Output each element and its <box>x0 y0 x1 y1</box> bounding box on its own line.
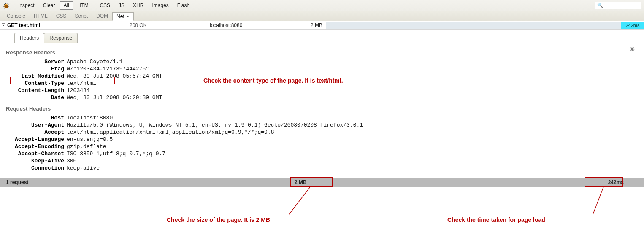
expand-toggle[interactable]: - <box>2 23 5 27</box>
annotation-line-size <box>287 187 312 216</box>
header-name: Accept <box>5 129 67 136</box>
header-row: Hostlocalhost:8080 <box>5 114 639 121</box>
header-name: Connection <box>5 165 67 172</box>
annotation-line-time <box>591 187 608 216</box>
search-input[interactable]: 🔍 <box>595 2 641 9</box>
summary-size: 2 MB <box>295 179 307 185</box>
tab-dom[interactable]: DOM <box>92 12 112 20</box>
svg-point-1 <box>5 5 8 8</box>
request-size: 2 MB <box>298 22 322 28</box>
header-value: en-us,en;q=0.5 <box>67 136 639 143</box>
header-row: DateWed, 30 Jul 2008 06:20:39 GMT <box>5 94 639 101</box>
inspect-button[interactable]: Inspect <box>14 1 38 10</box>
header-value: text/html,application/xhtml+xml,applicat… <box>67 129 639 136</box>
header-name: Content-Length <box>5 87 67 94</box>
header-value: 1203434 <box>67 87 639 94</box>
header-name: Keep-Alive <box>5 157 67 165</box>
header-name: Accept-Charset <box>5 150 67 157</box>
eye-icon[interactable]: ◉ <box>630 45 635 52</box>
header-name: Accept-Language <box>5 136 67 143</box>
header-value: 300 <box>67 157 639 165</box>
request-timeline: 242ms <box>326 22 644 29</box>
header-value: Mozilla/5.0 (Windows; U; Windows NT 5.1;… <box>67 121 639 129</box>
filter-flash-button[interactable]: Flash <box>173 1 193 10</box>
tab-net[interactable]: Net <box>112 12 134 21</box>
request-headers-title: Request Headers <box>6 105 639 112</box>
request-domain: localhost:8080 <box>210 22 298 28</box>
header-value: ISO-8859-1,utf-8;q=0.7,*;q=0.7 <box>67 150 639 157</box>
header-row: Connectionkeep-alive <box>5 165 639 172</box>
header-name: Content-Type <box>5 80 67 87</box>
panel-tabs: Console HTML CSS Script DOM Net <box>0 11 644 21</box>
summary-time: 242ms <box>608 179 624 185</box>
header-row: User-AgentMozilla/5.0 (Windows; U; Windo… <box>5 121 639 129</box>
filter-css-button[interactable]: CSS <box>96 1 114 10</box>
header-name: Server <box>5 58 67 65</box>
annotation-text-size: Check the size of the page. It is 2 MB <box>167 216 270 223</box>
header-row: Accept-Languageen-us,en;q=0.5 <box>5 136 639 143</box>
header-value: keep-alive <box>67 165 639 172</box>
search-icon: 🔍 <box>597 3 603 8</box>
subtab-headers[interactable]: Headers <box>14 33 44 43</box>
annotation-text-time: Check the time taken for page load <box>447 216 545 223</box>
svg-line-3 <box>593 187 603 214</box>
annotation-line-content-type <box>115 81 201 81</box>
tab-script[interactable]: Script <box>70 12 92 20</box>
subtab-response[interactable]: Response <box>44 33 78 43</box>
main-toolbar: Inspect Clear All HTML CSS JS XHR Images… <box>0 0 644 11</box>
tab-net-label: Net <box>116 13 124 19</box>
header-value: localhost:8080 <box>67 114 639 121</box>
header-name: Last-Modified <box>5 73 67 80</box>
annotation-text-content-type: Check the content type of the page. It i… <box>203 77 343 84</box>
header-value: W/"1203434-1217397444275" <box>67 65 639 73</box>
header-row: Accepttext/html,application/xhtml+xml,ap… <box>5 129 639 136</box>
header-name: Accept-Encoding <box>5 143 67 150</box>
header-value: Apache-Coyote/1.1 <box>67 58 639 65</box>
header-row: ServerApache-Coyote/1.1 <box>5 58 639 65</box>
request-name: GET test.html <box>7 22 130 28</box>
header-row: Accept-Encodinggzip,deflate <box>5 143 639 150</box>
header-value: Wed, 30 Jul 2008 06:20:39 GMT <box>67 94 639 101</box>
request-headers-table: Hostlocalhost:8080 User-AgentMozilla/5.0… <box>5 114 639 172</box>
tab-css[interactable]: CSS <box>52 12 71 20</box>
net-summary-bar: 1 request 2 MB 242ms <box>0 178 644 187</box>
tab-html[interactable]: HTML <box>30 12 52 20</box>
filter-js-button[interactable]: JS <box>115 1 128 10</box>
header-name: Host <box>5 114 67 121</box>
request-status: 200 OK <box>130 22 210 28</box>
headers-panel: ◉ Response Headers ServerApache-Coyote/1… <box>0 43 644 178</box>
header-value: Wed, 30 Jul 2008 05:57:24 GMT <box>67 73 639 80</box>
header-row: Accept-CharsetISO-8859-1,utf-8;q=0.7,*;q… <box>5 150 639 157</box>
summary-request-count: 1 request <box>0 179 28 185</box>
tab-console[interactable]: Console <box>3 12 30 20</box>
net-request-row[interactable]: - GET test.html 200 OK localhost:8080 2 … <box>0 21 644 30</box>
response-headers-title: Response Headers <box>6 49 639 56</box>
firebug-icon <box>3 2 10 9</box>
header-name: Date <box>5 94 67 101</box>
header-row: EtagW/"1203434-1217397444275" <box>5 65 639 73</box>
header-name: User-Agent <box>5 121 67 129</box>
header-row: Content-Length1203434 <box>5 87 639 94</box>
annotation-area: Check the size of the page. It is 2 MB C… <box>0 187 644 229</box>
svg-line-2 <box>289 187 310 214</box>
filter-xhr-button[interactable]: XHR <box>129 1 147 10</box>
filter-all-button[interactable]: All <box>60 1 73 10</box>
request-time-badge: 242ms <box>621 22 644 29</box>
clear-button[interactable]: Clear <box>39 1 59 10</box>
filter-html-button[interactable]: HTML <box>74 1 95 10</box>
header-row: Keep-Alive300 <box>5 157 639 165</box>
request-subtabs-row: Headers Response <box>0 30 644 43</box>
filter-images-button[interactable]: Images <box>148 1 172 10</box>
chevron-down-icon <box>126 16 130 17</box>
header-value: gzip,deflate <box>67 143 639 150</box>
header-name: Etag <box>5 65 67 73</box>
